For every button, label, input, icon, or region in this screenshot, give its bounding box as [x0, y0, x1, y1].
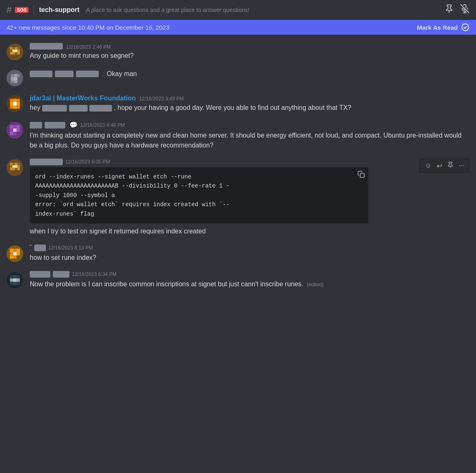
username-char: ‾	[30, 245, 32, 251]
svg-rect-49	[15, 163, 17, 165]
username-blurred	[30, 159, 63, 165]
continuation-text: Okay man	[107, 69, 137, 79]
svg-rect-8	[15, 47, 17, 50]
avatar	[7, 245, 23, 262]
svg-rect-33	[10, 105, 13, 109]
svg-rect-21	[17, 74, 20, 77]
svg-rect-58	[17, 168, 20, 170]
username-row: ‾ 12/16/2023 6:13 PM	[30, 245, 469, 251]
svg-rect-15	[12, 52, 15, 55]
svg-rect-32	[17, 102, 20, 105]
svg-rect-30	[10, 102, 13, 105]
svg-rect-42	[17, 128, 20, 132]
pin-message-button[interactable]	[445, 161, 455, 171]
username-blurred-2	[45, 122, 65, 128]
sos-badge: SOS	[15, 7, 29, 13]
username-row: 💬 12/16/2023 4:48 PM	[30, 121, 469, 129]
svg-rect-20	[14, 74, 17, 77]
svg-rect-59	[360, 174, 364, 178]
svg-rect-67	[17, 252, 20, 255]
channel-name: tech-support	[39, 6, 79, 14]
channel-hashtag-icon: #	[7, 5, 12, 15]
mark-as-read-button[interactable]: Mark As Read	[417, 23, 469, 31]
svg-rect-29	[17, 99, 20, 102]
svg-rect-6	[10, 47, 12, 50]
svg-rect-34	[13, 105, 17, 109]
username-blurred-2	[55, 71, 74, 77]
new-messages-text: 42+ new messages since 10:40 PM on Decem…	[7, 24, 169, 31]
message-content: jdar3al | MasterWorks Foundation 12/16/2…	[30, 95, 469, 113]
new-messages-banner: 42+ new messages since 10:40 PM on Decem…	[0, 20, 476, 35]
svg-rect-56	[12, 168, 15, 170]
reply-button[interactable]: ↩	[435, 161, 444, 171]
message-text: Now the problem is I can inscribe common…	[30, 279, 469, 289]
svg-rect-19	[11, 74, 14, 77]
svg-rect-35	[17, 105, 20, 109]
svg-rect-12	[15, 50, 17, 52]
svg-rect-44	[13, 132, 17, 135]
svg-rect-41	[13, 128, 17, 132]
svg-rect-27	[10, 99, 13, 102]
svg-rect-38	[13, 125, 17, 128]
pin-icon[interactable]	[445, 4, 454, 15]
message-timestamp: 12/16/2023 2:46 PM	[66, 44, 111, 50]
channel-description: A place to ask questions and a great pla…	[86, 7, 441, 13]
svg-rect-7	[12, 47, 15, 50]
header-divider	[33, 5, 34, 15]
message-content: 12/16/2023 6:34 PM Now the problem is I …	[30, 271, 469, 289]
svg-point-4	[462, 24, 469, 31]
svg-rect-80	[17, 282, 20, 285]
svg-rect-22	[11, 77, 14, 81]
svg-rect-72	[10, 275, 13, 278]
svg-rect-76	[13, 278, 17, 282]
message-timestamp: 12/16/2023 6:34 PM	[72, 271, 117, 277]
username: jdar3al | MasterWorks Foundation	[30, 95, 136, 102]
svg-rect-66	[13, 252, 17, 255]
emoji-reaction-button[interactable]: ☺	[423, 161, 433, 170]
svg-rect-43	[10, 132, 13, 135]
colon-separator: :	[103, 71, 104, 77]
message-group: 💬 12/16/2023 4:48 PM I'm thinking about …	[0, 119, 476, 152]
message-group: 12/16/2023 2:46 PM Any guide to mint run…	[0, 41, 476, 62]
svg-rect-40	[10, 128, 13, 132]
message-text-after-code: when I try to test on signet it returned…	[30, 226, 469, 236]
svg-rect-17	[17, 52, 20, 55]
message-actions: ☺ ↩ ···	[419, 159, 469, 173]
svg-rect-14	[10, 52, 12, 55]
message-content: : Okay man	[30, 69, 469, 86]
svg-rect-45	[17, 132, 20, 135]
message-timestamp: 12/16/2023 6:05 PM	[65, 159, 110, 165]
svg-rect-78	[10, 282, 13, 285]
svg-rect-50	[17, 163, 20, 165]
svg-rect-73	[13, 275, 17, 278]
username-blurred-2	[53, 271, 69, 278]
svg-rect-23	[14, 77, 17, 81]
more-options-button[interactable]: ···	[457, 161, 466, 170]
svg-rect-11	[12, 50, 15, 52]
username-row: 12/16/2023 6:34 PM	[30, 271, 469, 278]
username-blurred	[30, 43, 63, 50]
message-content: 12/16/2023 2:46 PM Any guide to mint run…	[30, 43, 469, 61]
svg-rect-47	[10, 163, 12, 165]
svg-rect-54	[17, 165, 20, 168]
message-text: Any guide to mint runes on segnet?	[30, 51, 469, 61]
message-group: 12/16/2023 6:34 PM Now the problem is I …	[0, 269, 476, 291]
svg-rect-16	[15, 52, 17, 55]
message-group: jdar3al | MasterWorks Foundation 12/16/2…	[0, 93, 476, 114]
message-timestamp: 12/16/2023 4:48 PM	[80, 122, 125, 128]
message-content: ‾ 12/16/2023 6:13 PM how to set rune ind…	[30, 245, 469, 263]
chat-icon: 💬	[69, 121, 78, 129]
code-content: ord --index-runes --signet wallet etch -…	[35, 174, 229, 217]
svg-rect-24	[11, 81, 14, 83]
username-blurred-1	[34, 245, 46, 251]
svg-rect-37	[10, 125, 13, 128]
svg-rect-10	[10, 50, 12, 52]
message-header: 12/16/2023 2:46 PM	[30, 43, 469, 50]
username-blurred-1	[30, 71, 52, 77]
svg-rect-63	[13, 249, 17, 252]
copy-icon[interactable]	[357, 171, 365, 182]
mute-icon[interactable]	[460, 4, 469, 15]
messages-container: 12/16/2023 2:46 PM Any guide to mint run…	[0, 35, 476, 297]
mention-blurred-1	[42, 105, 67, 112]
svg-rect-52	[12, 165, 15, 168]
